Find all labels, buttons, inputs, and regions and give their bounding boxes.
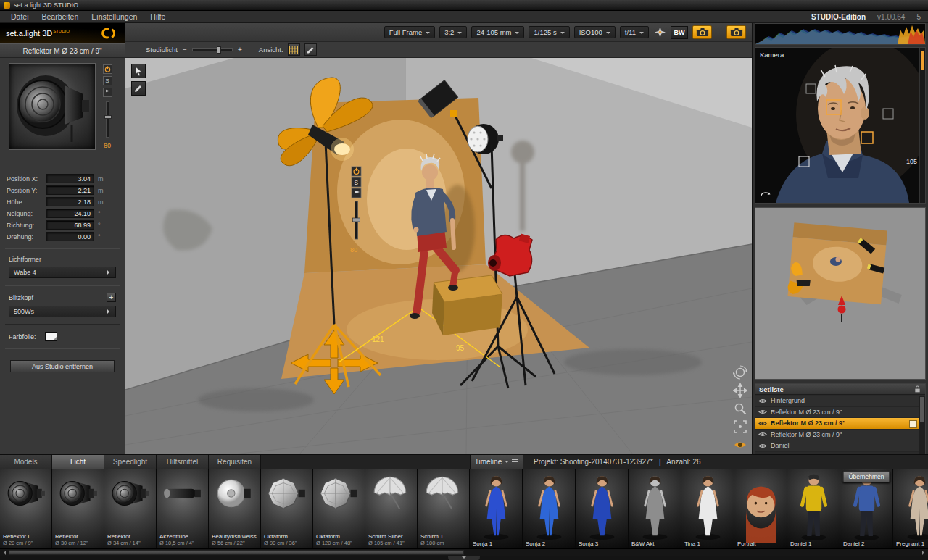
flip-view-button[interactable] — [759, 191, 772, 200]
model-thumbnail[interactable]: Pregnant 1 — [893, 469, 928, 548]
farbfolie-color-swatch[interactable] — [45, 332, 57, 341]
top-view-panel[interactable] — [755, 207, 926, 380]
shutter-speed-select[interactable]: 1/125 s — [529, 26, 569, 38]
flag-marker-button[interactable] — [103, 88, 112, 97]
visibility-button[interactable] — [733, 438, 747, 452]
scroll-right-icon[interactable] — [922, 551, 927, 555]
model-thumbnail[interactable]: B&W Akt — [629, 469, 682, 548]
light-thumbnail[interactable]: Reflektor L Ø 20 cm / 9" — [0, 469, 52, 548]
select-tool-button[interactable] — [131, 64, 146, 78]
light-name: Beautydish weiss — [212, 533, 257, 540]
slave-mode-button[interactable]: S — [103, 76, 112, 85]
library-tab[interactable]: Requisiten — [209, 455, 261, 469]
visibility-eye-icon[interactable] — [758, 409, 767, 415]
property-input[interactable]: 2.21 — [46, 185, 94, 195]
light-thumbnail[interactable]: Schirm Silber Ø 105 cm / 41" — [365, 469, 418, 548]
library-tab[interactable]: Hilfsmittel — [157, 455, 209, 469]
flash-power-slider[interactable] — [106, 101, 109, 138]
menu-item[interactable]: Hilfe — [144, 12, 172, 21]
lock-icon[interactable] — [914, 385, 921, 393]
model-thumbnail[interactable]: Sonja 3 — [576, 469, 629, 548]
remove-from-studio-button[interactable]: Aus Studio entfernen — [10, 360, 115, 372]
setliste-scrollbar[interactable] — [919, 396, 925, 454]
studiolicht-plus-button[interactable]: + — [237, 46, 243, 54]
setliste-row[interactable]: Hintergrund — [755, 396, 919, 407]
aspect-ratio-select[interactable]: 3:2 — [439, 26, 467, 38]
model-thumbnail[interactable]: Portrait — [734, 469, 787, 548]
divider — [5, 248, 120, 249]
lens-select[interactable]: 24-105 mm — [471, 26, 524, 38]
fit-view-button[interactable] — [733, 419, 747, 434]
light-thumbnail[interactable]: Beautydish weiss Ø 56 cm / 22" — [209, 469, 261, 548]
light-thumbnail[interactable]: Akzenttube Ø 10,5 cm / 4" — [157, 469, 209, 548]
add-blitzkopf-button[interactable]: + — [107, 293, 116, 302]
zoom-button[interactable] — [733, 401, 747, 416]
model-thumbnail[interactable]: Daniel 1 — [787, 469, 840, 548]
setliste-row[interactable]: Reflektor M Ø 23 cm / 9" — [755, 418, 919, 430]
scrollbar-handle[interactable] — [921, 51, 924, 70]
property-input[interactable]: 2.18 — [46, 197, 94, 206]
titlebar[interactable]: set.a.light 3D STUDIO — [0, 0, 928, 11]
flash-sync-button[interactable] — [653, 26, 666, 39]
light-thumbnail[interactable]: Reflektor Ø 34 cm / 14" — [104, 469, 157, 548]
model-thumbnail[interactable]: Übernehmen Daniel 2 — [840, 469, 893, 548]
light-thumbnail[interactable]: Reflektor Ø 30 cm / 12" — [52, 469, 104, 548]
slider-knob[interactable] — [104, 115, 112, 119]
preview-zoom-scrollbar[interactable] — [919, 48, 925, 203]
orbit-button[interactable] — [733, 365, 747, 380]
aperture-select[interactable]: f/11 — [620, 26, 649, 38]
scrollbar-handle[interactable] — [9, 550, 464, 555]
studiolicht-minus-button[interactable]: − — [182, 46, 188, 54]
blitzkopf-select[interactable]: 500Ws — [9, 306, 116, 317]
flag-icon — [104, 89, 111, 96]
light-thumbnail[interactable]: Schirm T Ø 100 cm — [418, 469, 470, 548]
visibility-eye-icon[interactable] — [758, 431, 767, 438]
model-thumbnail[interactable]: Sonja 2 — [523, 469, 576, 548]
posing-box[interactable] — [432, 275, 502, 335]
menu-item[interactable]: Datei — [4, 12, 36, 21]
visibility-eye-icon[interactable] — [758, 443, 767, 449]
timeline-tab[interactable]: Timeline — [470, 455, 523, 469]
kamera-label: Kamera — [760, 51, 784, 59]
menu-item[interactable]: Einstellungen — [85, 12, 144, 21]
library-scrollbar[interactable] — [0, 548, 928, 556]
property-input[interactable]: 3.04 — [46, 174, 94, 183]
property-input[interactable]: 0.00 — [46, 232, 94, 241]
take-photo-button[interactable] — [692, 25, 712, 39]
library-tab[interactable]: Models — [0, 455, 52, 469]
lichtformer-select[interactable]: Wabe 4 — [9, 267, 116, 278]
property-input[interactable]: 24.10 — [46, 209, 94, 218]
setliste-row[interactable]: Daniel — [755, 440, 919, 452]
scrollbar-handle[interactable] — [920, 397, 924, 422]
visibility-eye-icon[interactable] — [758, 420, 767, 427]
scroll-left-icon[interactable] — [1, 551, 6, 555]
model-thumbnail[interactable]: Tina 1 — [682, 469, 734, 548]
camera-preview-panel[interactable]: Kamera 105 — [755, 47, 926, 204]
library-tab[interactable]: Speedlight — [104, 455, 157, 469]
power-toggle-button[interactable] — [103, 64, 112, 74]
light-thumbnail[interactable]: Oktaform Ø 90 cm / 36" — [261, 469, 313, 548]
model-thumbnail[interactable]: Sonja 1 — [470, 469, 523, 548]
library-panel: Models Licht Speedlight Hilfsmittel — [0, 454, 928, 560]
measure-tool-button[interactable] — [131, 81, 146, 96]
studiolicht-slider[interactable] — [192, 48, 233, 51]
grid-view-button[interactable] — [288, 43, 300, 56]
draw-view-button[interactable] — [304, 43, 317, 56]
visibility-eye-icon[interactable] — [758, 398, 767, 404]
setliste-row[interactable]: Reflektor M Ø 23 cm / 9" — [755, 407, 919, 419]
library-tab[interactable]: Licht — [52, 455, 104, 469]
slider-knob[interactable] — [217, 46, 221, 54]
collapse-panel-handle[interactable] — [448, 556, 480, 560]
camera-view-button[interactable] — [726, 25, 746, 39]
pan-button[interactable] — [733, 383, 747, 398]
iso-select[interactable]: ISO100 — [574, 26, 616, 38]
menu-item[interactable]: Bearbeiten — [36, 12, 86, 21]
bw-toggle-button[interactable]: BW — [671, 26, 688, 39]
property-input[interactable]: 68.99 — [46, 220, 94, 230]
studio-3d-scene[interactable]: 121 95 — [125, 58, 752, 454]
light-thumbnail[interactable]: Oktaform Ø 120 cm / 48" — [313, 469, 365, 548]
sensor-format-select[interactable]: Full Frame — [384, 26, 435, 38]
light-modifier-icon — [107, 472, 154, 514]
apply-button[interactable]: Übernehmen — [842, 471, 890, 482]
setliste-row[interactable]: Reflektor M Ø 23 cm / 9" — [755, 430, 919, 441]
